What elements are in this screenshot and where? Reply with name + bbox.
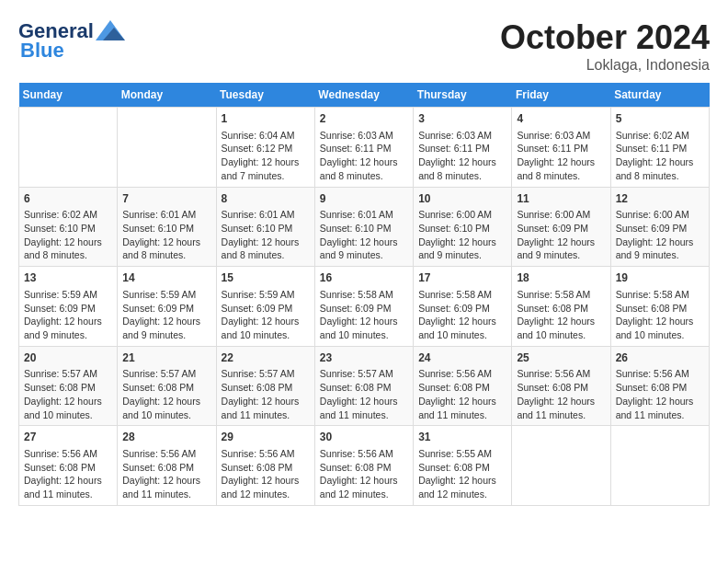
calendar-cell (610, 426, 709, 506)
day-number: 27 (24, 430, 112, 445)
calendar-cell: 10Sunrise: 6:00 AMSunset: 6:10 PMDayligh… (414, 187, 512, 267)
day-number: 24 (418, 350, 506, 366)
day-info: Sunrise: 5:56 AMSunset: 6:08 PMDaylight:… (122, 447, 210, 501)
day-info: Sunrise: 6:03 AMSunset: 6:11 PMDaylight:… (320, 129, 408, 183)
calendar-cell (512, 426, 610, 506)
day-number: 17 (418, 270, 506, 286)
day-info: Sunrise: 5:56 AMSunset: 6:08 PMDaylight:… (616, 367, 704, 421)
day-info: Sunrise: 5:57 AMSunset: 6:08 PMDaylight:… (320, 367, 408, 421)
day-number: 25 (517, 350, 605, 366)
calendar-week-row: 20Sunrise: 5:57 AMSunset: 6:08 PMDayligh… (19, 346, 710, 426)
day-info: Sunrise: 6:04 AMSunset: 6:12 PMDaylight:… (222, 129, 310, 183)
weekday-header: Sunday (19, 83, 118, 108)
day-info: Sunrise: 5:59 AMSunset: 6:09 PMDaylight:… (222, 288, 310, 342)
day-number: 14 (122, 270, 210, 286)
calendar-cell: 18Sunrise: 5:58 AMSunset: 6:08 PMDayligh… (512, 267, 610, 347)
day-number: 26 (616, 350, 704, 366)
calendar-table: SundayMondayTuesdayWednesdayThursdayFrid… (18, 83, 710, 506)
day-info: Sunrise: 5:58 AMSunset: 6:08 PMDaylight:… (616, 288, 704, 342)
calendar-cell: 17Sunrise: 5:58 AMSunset: 6:09 PMDayligh… (414, 267, 512, 347)
calendar-cell: 2Sunrise: 6:03 AMSunset: 6:11 PMDaylight… (314, 108, 413, 188)
day-number: 21 (122, 350, 210, 366)
day-info: Sunrise: 5:58 AMSunset: 6:09 PMDaylight:… (418, 288, 506, 342)
day-number: 23 (320, 350, 408, 366)
day-info: Sunrise: 5:59 AMSunset: 6:09 PMDaylight:… (24, 288, 112, 342)
calendar-cell: 24Sunrise: 5:56 AMSunset: 6:08 PMDayligh… (414, 346, 512, 426)
day-info: Sunrise: 6:00 AMSunset: 6:09 PMDaylight:… (616, 208, 704, 262)
calendar-cell: 15Sunrise: 5:59 AMSunset: 6:09 PMDayligh… (216, 267, 314, 347)
calendar-cell (19, 108, 118, 188)
logo-icon (96, 20, 125, 44)
calendar-week-row: 1Sunrise: 6:04 AMSunset: 6:12 PMDaylight… (19, 108, 710, 188)
day-number: 6 (24, 191, 112, 207)
day-info: Sunrise: 5:57 AMSunset: 6:08 PMDaylight:… (222, 367, 310, 421)
calendar-cell: 5Sunrise: 6:02 AMSunset: 6:11 PMDaylight… (610, 108, 709, 188)
calendar-cell: 16Sunrise: 5:58 AMSunset: 6:09 PMDayligh… (314, 267, 413, 347)
day-info: Sunrise: 5:58 AMSunset: 6:08 PMDaylight:… (517, 288, 605, 342)
day-info: Sunrise: 6:01 AMSunset: 6:10 PMDaylight:… (122, 208, 210, 262)
day-number: 16 (320, 270, 408, 286)
day-number: 2 (320, 111, 408, 127)
weekday-header: Thursday (414, 83, 512, 108)
calendar-cell: 6Sunrise: 6:02 AMSunset: 6:10 PMDaylight… (19, 187, 118, 267)
day-info: Sunrise: 6:00 AMSunset: 6:09 PMDaylight:… (517, 208, 605, 262)
calendar-cell: 22Sunrise: 5:57 AMSunset: 6:08 PMDayligh… (216, 346, 314, 426)
day-info: Sunrise: 5:58 AMSunset: 6:09 PMDaylight:… (320, 288, 408, 342)
day-number: 31 (418, 430, 506, 445)
day-info: Sunrise: 5:56 AMSunset: 6:08 PMDaylight:… (222, 447, 310, 501)
day-info: Sunrise: 6:01 AMSunset: 6:10 PMDaylight:… (222, 208, 310, 262)
calendar-cell: 9Sunrise: 6:01 AMSunset: 6:10 PMDaylight… (314, 187, 413, 267)
day-number: 4 (517, 111, 605, 127)
weekday-header: Tuesday (216, 83, 314, 108)
day-number: 30 (320, 430, 408, 445)
calendar-cell: 1Sunrise: 6:04 AMSunset: 6:12 PMDaylight… (216, 108, 314, 188)
day-info: Sunrise: 6:02 AMSunset: 6:11 PMDaylight:… (616, 129, 704, 183)
calendar-cell: 12Sunrise: 6:00 AMSunset: 6:09 PMDayligh… (610, 187, 709, 267)
day-info: Sunrise: 5:59 AMSunset: 6:09 PMDaylight:… (122, 288, 210, 342)
calendar-cell: 20Sunrise: 5:57 AMSunset: 6:08 PMDayligh… (19, 346, 118, 426)
calendar-body: 1Sunrise: 6:04 AMSunset: 6:12 PMDaylight… (19, 108, 710, 506)
day-number: 13 (24, 270, 112, 286)
day-number: 11 (517, 191, 605, 207)
day-info: Sunrise: 6:02 AMSunset: 6:10 PMDaylight:… (24, 208, 112, 262)
calendar-week-row: 27Sunrise: 5:56 AMSunset: 6:08 PMDayligh… (19, 426, 710, 506)
day-number: 7 (122, 191, 210, 207)
day-info: Sunrise: 6:00 AMSunset: 6:10 PMDaylight:… (418, 208, 506, 262)
calendar-week-row: 6Sunrise: 6:02 AMSunset: 6:10 PMDaylight… (19, 187, 710, 267)
calendar-cell: 13Sunrise: 5:59 AMSunset: 6:09 PMDayligh… (19, 267, 118, 347)
day-number: 15 (222, 270, 310, 286)
calendar-cell: 28Sunrise: 5:56 AMSunset: 6:08 PMDayligh… (118, 426, 216, 506)
logo: General Blue (18, 18, 125, 63)
calendar-cell: 7Sunrise: 6:01 AMSunset: 6:10 PMDaylight… (118, 187, 216, 267)
calendar-cell: 3Sunrise: 6:03 AMSunset: 6:11 PMDaylight… (414, 108, 512, 188)
day-number: 8 (222, 191, 310, 207)
weekday-header: Wednesday (314, 83, 413, 108)
calendar-cell (118, 108, 216, 188)
day-info: Sunrise: 5:57 AMSunset: 6:08 PMDaylight:… (24, 367, 112, 421)
day-number: 3 (418, 111, 506, 127)
calendar-cell: 8Sunrise: 6:01 AMSunset: 6:10 PMDaylight… (216, 187, 314, 267)
calendar-cell: 30Sunrise: 5:56 AMSunset: 6:08 PMDayligh… (314, 426, 413, 506)
weekday-header: Friday (512, 83, 610, 108)
day-number: 1 (222, 111, 310, 127)
day-number: 12 (616, 191, 704, 207)
weekday-header: Saturday (610, 83, 709, 108)
location: Loklaga, Indonesia (500, 57, 710, 74)
calendar-cell: 19Sunrise: 5:58 AMSunset: 6:08 PMDayligh… (610, 267, 709, 347)
day-info: Sunrise: 5:57 AMSunset: 6:08 PMDaylight:… (122, 367, 210, 421)
day-info: Sunrise: 5:55 AMSunset: 6:08 PMDaylight:… (418, 447, 506, 501)
day-number: 5 (616, 111, 704, 127)
day-number: 9 (320, 191, 408, 207)
calendar-cell: 4Sunrise: 6:03 AMSunset: 6:11 PMDaylight… (512, 108, 610, 188)
calendar-header: SundayMondayTuesdayWednesdayThursdayFrid… (19, 83, 710, 108)
weekday-row: SundayMondayTuesdayWednesdayThursdayFrid… (19, 83, 710, 108)
day-number: 28 (122, 430, 210, 445)
day-info: Sunrise: 6:03 AMSunset: 6:11 PMDaylight:… (517, 129, 605, 183)
calendar-cell: 31Sunrise: 5:55 AMSunset: 6:08 PMDayligh… (414, 426, 512, 506)
calendar-cell: 29Sunrise: 5:56 AMSunset: 6:08 PMDayligh… (216, 426, 314, 506)
calendar-cell: 25Sunrise: 5:56 AMSunset: 6:08 PMDayligh… (512, 346, 610, 426)
day-info: Sunrise: 5:56 AMSunset: 6:08 PMDaylight:… (418, 367, 506, 421)
day-number: 22 (222, 350, 310, 366)
calendar-cell: 23Sunrise: 5:57 AMSunset: 6:08 PMDayligh… (314, 346, 413, 426)
calendar-cell: 21Sunrise: 5:57 AMSunset: 6:08 PMDayligh… (118, 346, 216, 426)
